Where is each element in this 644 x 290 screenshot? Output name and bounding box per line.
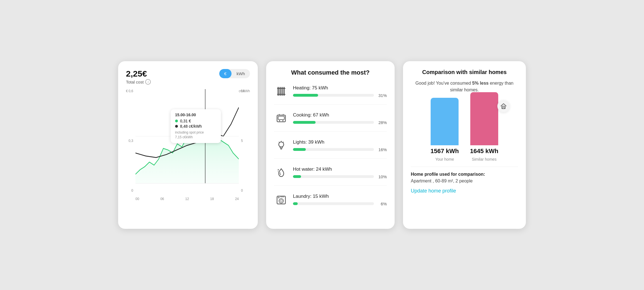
svg-line-16: [283, 142, 283, 142]
tooltip-euro-val: 0,31 €: [180, 119, 191, 123]
tooltip-kwh-row: 8,48 c€/kWh: [175, 124, 216, 129]
chart-tooltip: 15.00-16.00 0,31 € 8,48 c€/kWh including…: [171, 109, 221, 143]
lights-content: Lights: 39 kWh 16%: [293, 139, 387, 152]
hotwater-bar-row: 10%: [293, 174, 387, 179]
hotwater-label: Hot water: 24 kWh: [293, 167, 387, 172]
card-consumed: What consumed the most? Heating: 75 kWh: [266, 61, 395, 229]
svg-rect-7: [278, 116, 284, 120]
lights-bar-bg: [293, 148, 374, 151]
total-cost-label: Total cost: [126, 80, 144, 84]
your-home-label: Your home: [435, 157, 454, 161]
your-home-column: 1567 kWh Your home: [431, 98, 459, 161]
similar-homes-bar: [470, 92, 498, 145]
laundry-pct: 6%: [377, 201, 387, 206]
heating-bar-fill: [293, 94, 318, 97]
chart-header: 2,25€ Total cost i € kWh: [126, 69, 250, 85]
tooltip-note: including spot price7,15 c€kWh: [175, 130, 216, 140]
unit-toggle[interactable]: € kWh: [219, 69, 250, 78]
laundry-icon: [274, 192, 288, 207]
svg-point-12: [279, 142, 284, 147]
cooking-bar-fill: [293, 121, 316, 124]
cooking-icon: [274, 111, 288, 126]
hotwater-icon: ❞: [274, 165, 288, 180]
svg-point-23: [279, 199, 283, 203]
panels-container: 2,25€ Total cost i € kWh € c€/kWh 0,6 0,…: [118, 61, 526, 229]
your-home-bar: [431, 98, 459, 145]
tooltip-kwh-val: 8,48 c€/kWh: [180, 124, 202, 129]
cooking-bar-bg: [293, 121, 374, 124]
svg-line-17: [279, 142, 279, 142]
cooking-content: Cooking: 67 kWh 28%: [293, 112, 387, 125]
price-value: 2,25€: [126, 69, 151, 79]
subtitle-plain: Good job! You've consumed: [416, 81, 472, 85]
similar-homes-value: 1645 kWh: [470, 148, 498, 155]
profile-desc: Apartment , 60-89 m², 2 people: [411, 179, 518, 184]
svg-point-10: [279, 120, 280, 121]
laundry-bar-fill: [293, 202, 298, 205]
svg-point-25: [278, 197, 279, 198]
y-axis-right: 10 5 0: [240, 89, 250, 192]
chart-area: € c€/kWh 0,6 0,3 0 10 5 0: [126, 89, 250, 201]
comparison-bars: 1567 kWh Your home 1645 kWh Similar home…: [411, 100, 518, 161]
lights-bar-fill: [293, 148, 306, 151]
profile-title: Home profile used for comparison:: [411, 172, 518, 177]
x-axis: 00 06 12 18 24: [135, 197, 239, 201]
lights-icon: [274, 138, 288, 153]
hotwater-bar-fill: [293, 175, 301, 178]
home-icon-badge: [497, 100, 510, 112]
svg-rect-28: [503, 107, 504, 109]
info-icon[interactable]: i: [145, 79, 151, 85]
green-dot-icon: [175, 120, 178, 122]
laundry-label: Laundry: 15 kWh: [293, 194, 387, 199]
comparison-title: Comparison with similar homes: [411, 69, 518, 75]
heating-content: Heating: 75 kWh 31%: [293, 85, 387, 98]
cooking-pct: 28%: [377, 120, 387, 125]
consumed-title: What consumed the most?: [274, 69, 387, 76]
card-chart: 2,25€ Total cost i € kWh € c€/kWh 0,6 0,…: [118, 61, 258, 229]
hotwater-bar-bg: [293, 175, 374, 178]
your-home-value: 1567 kWh: [431, 148, 459, 155]
y-axis-left: 0,6 0,3 0: [126, 89, 134, 192]
heating-label: Heating: 75 kWh: [293, 85, 387, 91]
svg-rect-5: [277, 94, 285, 95]
svg-point-24: [280, 200, 282, 202]
laundry-bar-row: 6%: [293, 201, 387, 206]
lights-bar-row: 16%: [293, 147, 387, 152]
cooking-bar-row: 28%: [293, 120, 387, 125]
cost-info: 2,25€ Total cost i: [126, 69, 151, 85]
laundry-bar-bg: [293, 202, 374, 205]
lights-pct: 16%: [377, 147, 387, 152]
home-icon: [500, 102, 507, 110]
kwh-toggle-btn[interactable]: kWh: [232, 69, 250, 78]
update-home-profile-link[interactable]: Update home profile: [411, 188, 456, 194]
similar-homes-label: Similar homes: [472, 157, 497, 161]
list-item: Laundry: 15 kWh 6%: [274, 192, 387, 213]
hotwater-content: Hot water: 24 kWh 10%: [293, 167, 387, 179]
tooltip-time: 15.00-16.00: [175, 113, 216, 117]
subtitle-bold: 5% less: [472, 81, 489, 85]
tooltip-euro-row: 0,31 €: [175, 119, 216, 123]
cooking-label: Cooking: 67 kWh: [293, 112, 387, 118]
list-item: Cooking: 67 kWh 28%: [274, 111, 387, 132]
svg-rect-4: [277, 88, 285, 89]
similar-homes-column: 1645 kWh Similar homes: [470, 92, 498, 161]
svg-point-11: [282, 120, 283, 121]
heating-bar-row: 31%: [293, 93, 387, 98]
euro-toggle-btn[interactable]: €: [219, 69, 232, 78]
hotwater-pct: 10%: [377, 174, 387, 179]
dark-dot-icon: [175, 125, 178, 128]
lights-label: Lights: 39 kWh: [293, 139, 387, 145]
total-cost-row: Total cost i: [126, 79, 151, 85]
card-comparison: Comparison with similar homes Good job! …: [403, 61, 526, 229]
heating-pct: 31%: [377, 93, 387, 98]
list-item: Lights: 39 kWh 16%: [274, 138, 387, 159]
heating-bar-bg: [293, 94, 374, 97]
divider: [411, 167, 518, 167]
laundry-content: Laundry: 15 kWh 6%: [293, 194, 387, 206]
list-item: Heating: 75 kWh 31%: [274, 84, 387, 104]
comparison-subtitle: Good job! You've consumed 5% less energy…: [411, 80, 518, 93]
profile-section: Home profile used for comparison: Apartm…: [411, 172, 518, 194]
heating-icon: [274, 84, 288, 99]
list-item: ❞ Hot water: 24 kWh 10%: [274, 165, 387, 186]
